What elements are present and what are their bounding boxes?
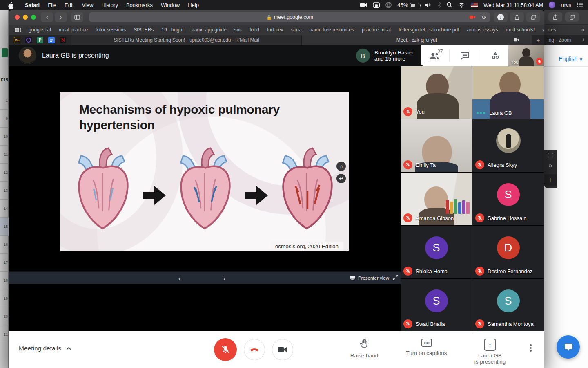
tab-meet-active[interactable]: Meet - czk-pjru-yut bbox=[302, 35, 532, 45]
menu-history[interactable]: History bbox=[97, 2, 122, 8]
camera-active-icon[interactable] bbox=[470, 15, 476, 19]
videocam-status-icon[interactable] bbox=[360, 2, 367, 7]
bookmarks-overflow-chevron[interactable]: » bbox=[542, 27, 544, 33]
globe-icon[interactable] bbox=[385, 2, 392, 8]
bookmark-item[interactable]: mcat practice bbox=[59, 27, 88, 33]
address-bar[interactable]: 🔒 meet.google.com ⟳ bbox=[89, 12, 490, 22]
mic-muted-icon bbox=[475, 267, 484, 276]
bookmark-item[interactable]: aamc free resources bbox=[310, 27, 354, 33]
apple-menu-icon[interactable] bbox=[7, 2, 13, 9]
bookmark-item[interactable]: food bbox=[249, 27, 259, 33]
bookmark-item[interactable]: sona bbox=[291, 27, 302, 33]
share-button[interactable] bbox=[510, 12, 524, 22]
battery-indicator[interactable]: 45% bbox=[397, 2, 419, 8]
new-tab-button[interactable]: + bbox=[532, 35, 544, 45]
bookmark-item[interactable]: aamc app guide bbox=[192, 27, 226, 33]
minimize-window-button[interactable] bbox=[23, 15, 28, 20]
pinned-tab-docs[interactable] bbox=[48, 37, 55, 43]
menu-edit[interactable]: Edit bbox=[60, 2, 78, 8]
bookmark-item[interactable]: 19 - Imgur bbox=[161, 27, 184, 33]
menu-bookmarks[interactable]: Bookmarks bbox=[122, 2, 157, 8]
bluetooth-icon[interactable] bbox=[437, 2, 441, 8]
next-slide-button[interactable]: › bbox=[223, 275, 225, 282]
bookmark-item[interactable]: snc bbox=[234, 27, 242, 33]
chat-button[interactable] bbox=[453, 45, 476, 66]
sidebar-button[interactable] bbox=[71, 12, 83, 22]
zoom-window-button[interactable] bbox=[31, 15, 36, 20]
screen-mirroring-icon[interactable] bbox=[373, 2, 380, 8]
chat-widget-button[interactable] bbox=[557, 335, 580, 359]
participant-tile-laura-gb[interactable]: Laura GB bbox=[472, 66, 544, 119]
back-button[interactable]: ‹ bbox=[41, 12, 53, 22]
undo-button[interactable]: ↩ bbox=[336, 174, 346, 183]
presenting-status-button[interactable]: ↑ Laura GB is presenting bbox=[466, 339, 514, 365]
pinned-tab-p[interactable]: P bbox=[37, 37, 43, 43]
meeting-details-button[interactable]: Meeting details bbox=[19, 345, 71, 352]
bookmark-fragment[interactable]: ces bbox=[548, 27, 556, 33]
fullscreen-icon[interactable] bbox=[393, 274, 398, 282]
participant-tile-samantha-montoya[interactable]: S Samantha Montoya bbox=[472, 279, 544, 331]
tab-rmail[interactable]: SISTERs Meeting Starting Soon! - upate00… bbox=[71, 35, 302, 45]
attendees-pill[interactable]: B Brooklyn Hasler and 15 more bbox=[350, 45, 421, 66]
menu-bar-clock[interactable]: Wed Mar 31 11:58:04 AM bbox=[483, 2, 543, 8]
participant-tile-desiree-fernandez[interactable]: D Desiree Fernandez bbox=[472, 226, 544, 278]
share-icon[interactable] bbox=[548, 12, 562, 22]
tab-overview-button[interactable] bbox=[526, 12, 540, 22]
input-source-flag-icon[interactable] bbox=[471, 3, 478, 7]
more-options-button[interactable] bbox=[530, 344, 532, 352]
selfview-thumbnail[interactable]: You bbox=[508, 45, 544, 66]
menu-window[interactable]: Window bbox=[157, 2, 184, 8]
bookmark-item[interactable]: turk rev bbox=[267, 27, 283, 33]
home-button[interactable]: ⌂ bbox=[336, 162, 346, 171]
bookmark-item[interactable]: med schools! bbox=[506, 27, 535, 33]
menu-safari[interactable]: Safari bbox=[21, 2, 44, 8]
wifi-icon[interactable] bbox=[458, 2, 465, 8]
background-safari-window[interactable]: ces » ing - Zoom + English ▼ bbox=[544, 10, 588, 368]
background-excel-window[interactable]: E15 1 9 10 11 12 13 14 15 16 17 18 19 20… bbox=[0, 10, 9, 368]
new-tab-button[interactable]: + bbox=[582, 37, 585, 43]
bookmark-item[interactable]: lettersguidel...sbrochure.pdf bbox=[399, 27, 459, 33]
bookmark-item[interactable]: tutor sessions bbox=[96, 27, 126, 33]
bookmarks-overflow-chevron[interactable]: » bbox=[581, 27, 584, 33]
bookmark-item[interactable]: practice mcat bbox=[362, 27, 391, 33]
participant-tile-you[interactable]: You bbox=[401, 66, 472, 119]
bookmark-item[interactable]: amcas essays bbox=[467, 27, 498, 33]
end-call-button[interactable] bbox=[244, 339, 265, 360]
captions-button[interactable]: CC Turn on captions bbox=[399, 339, 454, 356]
background-window-edge-widget[interactable]: » + bbox=[544, 150, 557, 188]
bookmark-item[interactable]: SISTERs bbox=[134, 27, 154, 33]
participant-tile-emily-ta[interactable]: Emily Ta bbox=[401, 119, 472, 172]
pinned-tab-blackboard[interactable]: Bb bbox=[14, 37, 20, 43]
pinned-tab-quizlet[interactable] bbox=[25, 37, 32, 43]
tabs-icon[interactable] bbox=[565, 12, 579, 22]
mute-button[interactable] bbox=[214, 338, 237, 361]
language-selector[interactable]: English ▼ bbox=[559, 56, 583, 62]
participant-tile-allegra-skyy[interactable]: Allegra Skyy bbox=[472, 119, 544, 172]
presenter-view-button[interactable]: Presenter view bbox=[350, 276, 389, 280]
background-tab-title[interactable]: ing - Zoom bbox=[548, 37, 571, 43]
participants-button[interactable]: 27 bbox=[423, 45, 445, 66]
bookmark-item[interactable]: google cal bbox=[29, 27, 51, 33]
user-app-icon[interactable] bbox=[549, 2, 555, 8]
menu-bar-username[interactable]: urvs bbox=[561, 2, 571, 8]
reload-button[interactable]: ⟳ bbox=[482, 14, 486, 20]
favorites-grid-icon[interactable] bbox=[15, 28, 21, 32]
camera-toggle-button[interactable] bbox=[272, 339, 293, 360]
close-window-button[interactable] bbox=[15, 15, 20, 20]
menu-file[interactable]: File bbox=[44, 2, 60, 8]
forward-button[interactable]: › bbox=[55, 12, 67, 22]
spotlight-icon[interactable] bbox=[447, 2, 452, 8]
volume-icon[interactable] bbox=[425, 2, 432, 8]
raise-hand-button[interactable]: Raise hand bbox=[342, 339, 387, 359]
activities-button[interactable] bbox=[484, 45, 507, 66]
downloads-button[interactable]: ↓ bbox=[494, 12, 508, 22]
menu-help[interactable]: Help bbox=[184, 2, 203, 8]
pinned-tab-netflix[interactable]: N bbox=[60, 37, 66, 43]
previous-slide-button[interactable]: ‹ bbox=[178, 275, 180, 282]
menu-view[interactable]: View bbox=[78, 2, 98, 8]
participant-tile-shloka-homa[interactable]: S Shloka Homa bbox=[401, 226, 472, 278]
participant-tile-sabrine-hossain[interactable]: S Sabrine Hossain bbox=[472, 173, 544, 225]
participant-tile-swati-bhalla[interactable]: S Swati Bhalla bbox=[401, 279, 472, 331]
control-center-list-icon[interactable] bbox=[577, 2, 583, 7]
participant-tile-amanda-gibson[interactable]: Amanda Gibson bbox=[401, 173, 472, 225]
